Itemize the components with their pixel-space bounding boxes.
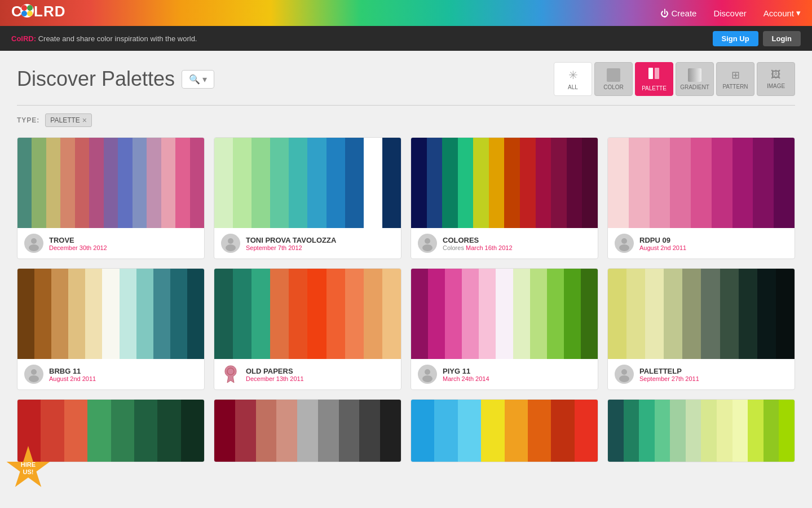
nav-create[interactable]: ⏻ Create [660, 8, 696, 18]
all-icon: ✳ [568, 68, 578, 82]
palette-meta: September 7th 2012 [246, 244, 336, 251]
palette-swatch [17, 269, 204, 359]
palette-swatch [17, 138, 204, 228]
avatar [418, 365, 437, 384]
swatch-color [187, 269, 204, 359]
svg-point-18 [29, 375, 39, 382]
nav-discover[interactable]: Discover [713, 8, 746, 18]
palette-card[interactable] [411, 399, 598, 462]
swatch-color [64, 400, 87, 462]
signup-button[interactable]: Sign Up [713, 31, 758, 46]
svg-point-16 [619, 244, 629, 251]
swatch-color [664, 269, 682, 359]
gradient-icon [688, 68, 701, 82]
palette-text: PIYG 11March 24th 2014 [443, 367, 489, 382]
swatch-color [717, 400, 732, 462]
swatch-color [776, 269, 795, 359]
palette-card[interactable]: OLD PAPERSDecember 13th 2011 [214, 268, 401, 390]
swatch-color [297, 400, 318, 462]
swatch-color [434, 400, 457, 462]
palette-swatch [214, 138, 401, 228]
palette-card[interactable] [214, 399, 401, 462]
palette-card[interactable]: PIYG 11March 24th 2014 [411, 268, 598, 390]
palette-swatch [411, 138, 598, 228]
palette-card[interactable] [607, 399, 795, 462]
swatch-color [645, 269, 664, 359]
swatch-color [411, 269, 428, 359]
tab-gradient[interactable]: GRADIENT [676, 62, 714, 96]
avatar [24, 234, 43, 253]
tab-color[interactable]: COLOR [594, 62, 633, 96]
palette-card[interactable]: COLORESColores March 16th 2012 [411, 137, 598, 259]
search-box[interactable]: 🔍 ▾ [182, 70, 214, 89]
banner: ColRD: Create and share color inspiratio… [0, 26, 812, 51]
swatch-color [214, 400, 235, 462]
palette-card[interactable]: TROVEDecember 30th 2012 [17, 137, 205, 259]
swatch-color [753, 138, 774, 228]
logo-text: C LRD [11, 2, 85, 25]
swatch-color [251, 269, 270, 359]
swatch-color [233, 269, 251, 359]
swatch-color [732, 400, 748, 462]
swatch-color [318, 400, 339, 462]
swatch-color [564, 269, 581, 359]
swatch-color [748, 400, 764, 462]
palette-swatch [608, 400, 795, 462]
swatch-color [214, 138, 233, 228]
search-dropdown-icon: ▾ [202, 74, 207, 85]
palette-swatch [17, 400, 204, 462]
palette-card[interactable]: TONI PROVA TAVOLOZZASeptember 7th 2012 [214, 137, 401, 259]
color-icon [607, 68, 620, 82]
swatch-color [536, 138, 551, 228]
tab-image[interactable]: 🖼 IMAGE [757, 62, 795, 96]
swatch-color [51, 269, 68, 359]
palette-meta: December 30th 2012 [49, 244, 107, 251]
swatch-color [175, 138, 189, 228]
tab-palette[interactable]: PALETTE [635, 62, 673, 96]
remove-filter-icon[interactable]: × [82, 116, 87, 125]
palette-text: OLD PAPERSDecember 13th 2011 [246, 367, 304, 382]
svg-point-17 [31, 369, 37, 375]
swatch-color [345, 269, 364, 359]
palette-name: PIYG 11 [443, 367, 489, 375]
swatch-color [458, 138, 474, 228]
swatch-color [411, 138, 427, 228]
swatch-color [256, 400, 277, 462]
swatch-color [364, 138, 382, 228]
palette-text: BRBG 11August 2nd 2011 [49, 367, 96, 382]
avatar [418, 234, 437, 253]
swatch-color [147, 138, 161, 228]
swatch-color [190, 138, 204, 228]
palette-meta: March 24th 2014 [443, 375, 489, 382]
swatch-color [68, 269, 85, 359]
tab-pattern[interactable]: ⊞ PATTERN [716, 62, 754, 96]
palette-card[interactable]: PALETTELPSeptember 27th 2011 [607, 268, 795, 390]
svg-rect-7 [648, 68, 653, 79]
tab-all[interactable]: ✳ ALL [554, 62, 592, 96]
logo[interactable]: C LRD [11, 2, 85, 25]
swatch-color [153, 269, 170, 359]
nav-account[interactable]: Account ▾ [764, 8, 801, 18]
type-tag[interactable]: PALETTE × [45, 113, 92, 127]
svg-point-12 [226, 244, 236, 251]
palette-info: RDPU 09August 2nd 2011 [608, 228, 795, 259]
palette-card[interactable] [17, 399, 205, 462]
palette-text: TROVEDecember 30th 2012 [49, 236, 107, 251]
login-button[interactable]: Login [763, 31, 801, 46]
palette-info: TROVEDecember 30th 2012 [17, 228, 204, 259]
swatch-color [326, 138, 345, 228]
swatch-color [581, 269, 598, 359]
palette-text: TONI PROVA TAVOLOZZASeptember 7th 2012 [246, 236, 336, 251]
svg-rect-8 [655, 68, 659, 79]
palette-card[interactable]: BRBG 11August 2nd 2011 [17, 268, 205, 390]
palette-card[interactable]: RDPU 09August 2nd 2011 [607, 137, 795, 259]
svg-point-20 [425, 369, 430, 375]
swatch-color [364, 269, 382, 359]
palette-meta: Colores March 16th 2012 [443, 244, 513, 251]
swatch-color [624, 400, 639, 462]
swatch-color [479, 269, 496, 359]
divider [17, 105, 795, 106]
svg-point-14 [422, 244, 433, 251]
avatar [221, 365, 240, 384]
swatch-color [682, 269, 701, 359]
